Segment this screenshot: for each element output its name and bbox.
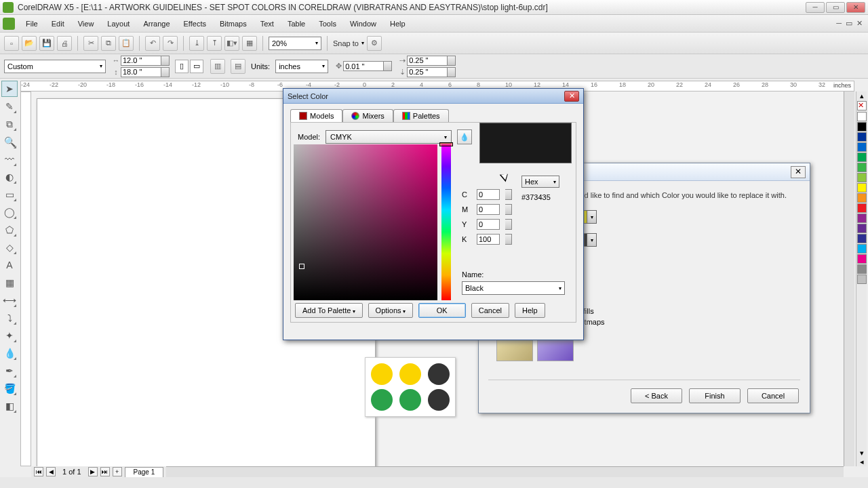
zoom-select[interactable]: 20% [269, 37, 321, 50]
menu-file[interactable]: File [19, 18, 45, 30]
polygon-tool-icon[interactable]: ⬠ [1, 222, 18, 238]
help-button[interactable]: Help [515, 303, 545, 318]
doc-restore-button[interactable]: ▭ [846, 19, 852, 28]
units-select[interactable]: inches [275, 60, 328, 73]
page-layout-icon[interactable]: ▥ [210, 59, 225, 74]
redo-icon[interactable]: ↷ [163, 36, 178, 51]
palette-flyout-icon[interactable]: ◂ [856, 458, 867, 466]
spinner-icon[interactable] [505, 189, 512, 200]
freehand-tool-icon[interactable]: 〰 [1, 151, 18, 167]
undo-icon[interactable]: ↶ [145, 36, 160, 51]
palette-swatch[interactable] [857, 122, 867, 131]
c-input[interactable] [477, 189, 500, 200]
select-color-close-button[interactable]: ✕ [564, 91, 579, 102]
dimension-tool-icon[interactable]: ⟷ [1, 292, 18, 308]
m-input[interactable] [477, 204, 500, 215]
spinner-icon[interactable] [448, 67, 456, 77]
snap-dropdown-icon[interactable]: ▾ [361, 40, 364, 46]
palette-swatch[interactable] [857, 132, 867, 142]
palette-swatch[interactable] [857, 142, 867, 152]
table-tool-icon[interactable]: ▦ [1, 274, 18, 291]
palette-swatch[interactable] [857, 244, 867, 253]
options-icon[interactable]: ⚙ [367, 36, 382, 51]
dup-y-input[interactable] [407, 67, 448, 77]
cut-icon[interactable]: ✂ [83, 36, 98, 51]
portrait-button[interactable]: ▯ [175, 60, 189, 73]
menu-bitmaps[interactable]: Bitmaps [213, 18, 254, 30]
copy-icon[interactable]: ⧉ [101, 36, 116, 51]
spinner-icon[interactable] [448, 56, 456, 66]
menu-layout[interactable]: Layout [100, 18, 136, 30]
smartfill-tool-icon[interactable]: ◐ [1, 169, 18, 185]
palette-swatch[interactable] [857, 264, 867, 274]
eyedropper-tool-icon[interactable]: 💧 [1, 345, 18, 361]
import-icon[interactable]: ⤓ [189, 36, 204, 51]
hue-bar[interactable] [441, 144, 451, 300]
model-select[interactable]: CMYK [326, 130, 452, 144]
eyedropper-icon[interactable]: 💧 [457, 129, 472, 144]
palette-swatch[interactable] [857, 214, 867, 223]
connector-tool-icon[interactable]: ⤵ [1, 310, 18, 326]
menu-effects[interactable]: Effects [177, 18, 213, 30]
save-icon[interactable]: 💾 [39, 36, 54, 51]
no-color-swatch[interactable]: ✕ [857, 101, 867, 110]
appstart-icon[interactable]: ▦ [242, 36, 257, 51]
ok-button[interactable]: OK [418, 303, 466, 318]
pick-tool-icon[interactable]: ➤ [1, 81, 18, 97]
outline-tool-icon[interactable]: ✒ [1, 363, 18, 379]
wizard-close-button[interactable]: ✕ [791, 166, 806, 178]
page-width-input[interactable] [121, 56, 161, 66]
spinner-icon[interactable] [161, 56, 170, 66]
palette-swatch[interactable] [857, 193, 867, 203]
first-page-button[interactable]: ⏮ [34, 467, 43, 476]
color-name-select[interactable]: Black [462, 281, 565, 295]
close-button[interactable]: ✕ [846, 2, 865, 13]
palette-swatch[interactable] [857, 163, 867, 172]
spinner-icon[interactable] [161, 67, 170, 77]
menu-window[interactable]: Window [343, 18, 383, 30]
last-page-button[interactable]: ⏭ [100, 467, 110, 476]
spinner-icon[interactable] [505, 234, 512, 245]
menu-help[interactable]: Help [383, 18, 412, 30]
crop-tool-icon[interactable]: ⧉ [1, 116, 18, 132]
open-icon[interactable]: 📂 [22, 36, 37, 51]
ellipse-tool-icon[interactable]: ◯ [1, 204, 18, 220]
page-facing-icon[interactable]: ▤ [231, 59, 245, 74]
add-to-palette-button[interactable]: Add To Palette [295, 303, 363, 318]
back-button[interactable]: < Back [631, 388, 682, 403]
palette-swatch[interactable] [857, 234, 867, 243]
palette-swatch[interactable] [857, 203, 867, 213]
chevron-down-icon[interactable]: ▾ [587, 234, 596, 246]
text-tool-icon[interactable]: A [1, 257, 18, 273]
publish-icon[interactable]: ◧▾ [224, 36, 239, 51]
cancel-button[interactable]: Cancel [471, 303, 509, 318]
tab-palettes[interactable]: Palettes [393, 109, 449, 122]
menu-view[interactable]: View [71, 18, 101, 30]
options-button[interactable]: Options [368, 303, 413, 318]
palette-swatch[interactable] [857, 254, 867, 264]
palette-down-icon[interactable]: ▾ [856, 449, 867, 458]
new-icon[interactable]: ▫ [4, 36, 19, 51]
rectangle-tool-icon[interactable]: ▭ [1, 186, 18, 203]
palette-swatch[interactable] [857, 224, 867, 233]
saturation-box[interactable] [294, 144, 437, 300]
add-page-button[interactable]: + [113, 467, 122, 476]
hex-mode-select[interactable]: Hex [521, 176, 559, 188]
snap-to-label[interactable]: Snap to [333, 39, 359, 47]
paste-icon[interactable]: 📋 [119, 36, 134, 51]
next-page-button[interactable]: ▶ [88, 467, 98, 476]
spinner-icon[interactable] [505, 219, 512, 230]
doc-close-button[interactable]: ✕ [856, 19, 863, 28]
nudge-input[interactable] [343, 61, 384, 71]
shape-tool-icon[interactable]: ✎ [1, 98, 18, 115]
tab-mixers[interactable]: Mixers [342, 109, 393, 122]
fill-tool-icon[interactable]: 🪣 [1, 380, 18, 396]
menu-arrange[interactable]: Arrange [136, 18, 176, 30]
menu-edit[interactable]: Edit [45, 18, 71, 30]
k-input[interactable] [477, 234, 500, 245]
interactive-tool-icon[interactable]: ✦ [1, 327, 18, 344]
palette-up-icon[interactable]: ▴ [856, 92, 867, 100]
menu-tools[interactable]: Tools [312, 18, 343, 30]
menu-table[interactable]: Table [281, 18, 312, 30]
sat-marker-icon[interactable] [299, 264, 304, 269]
